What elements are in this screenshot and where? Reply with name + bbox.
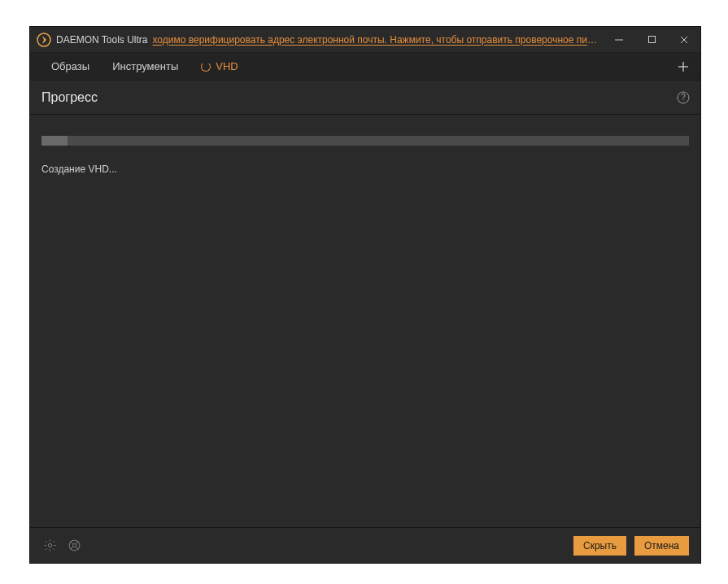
page-body: Создание VHD... (30, 115, 700, 527)
support-icon[interactable] (66, 538, 82, 554)
tab-tools[interactable]: Инструменты (101, 53, 190, 80)
svg-text:?: ? (681, 93, 686, 102)
footer: Скрыть Отмена (30, 527, 700, 563)
progress-fill (41, 136, 68, 146)
svg-line-15 (76, 542, 78, 544)
progress-bar (41, 136, 689, 146)
svg-point-9 (48, 543, 51, 547)
loading-spinner-icon (201, 62, 211, 72)
tab-label: VHD (216, 60, 238, 72)
app-title: DAEMON Tools Ultra (56, 34, 147, 46)
add-tab-button[interactable] (671, 54, 695, 79)
help-icon[interactable]: ? (676, 90, 691, 105)
tab-vhd[interactable]: VHD (190, 53, 249, 80)
app-window: DAEMON Tools Ultra ходимо верифицировать… (29, 26, 701, 564)
svg-line-13 (76, 547, 78, 550)
page-title: Прогресс (41, 90, 98, 105)
cancel-button[interactable]: Отмена (634, 536, 689, 556)
svg-line-14 (70, 547, 72, 550)
minimize-button[interactable] (603, 27, 635, 52)
svg-point-11 (72, 543, 76, 547)
titlebar: DAEMON Tools Ultra ходимо верифицировать… (30, 27, 700, 53)
settings-icon[interactable] (41, 538, 58, 554)
window-controls (603, 27, 700, 52)
close-button[interactable] (668, 27, 700, 52)
svg-line-12 (70, 542, 72, 544)
maximize-button[interactable] (635, 27, 668, 52)
page-header: Прогресс ? (30, 81, 700, 115)
svg-rect-2 (648, 37, 655, 43)
app-logo-icon (37, 33, 51, 47)
tab-label: Образы (51, 60, 89, 72)
hide-button[interactable]: Скрыть (573, 536, 626, 556)
tabbar: Образы Инструменты VHD (30, 53, 700, 81)
tab-label: Инструменты (112, 60, 178, 72)
verification-notice-link[interactable]: ходимо верифицировать адрес электронной … (152, 34, 603, 46)
footer-icons (41, 538, 82, 554)
status-text: Создание VHD... (41, 163, 689, 175)
tab-images[interactable]: Образы (40, 53, 101, 80)
